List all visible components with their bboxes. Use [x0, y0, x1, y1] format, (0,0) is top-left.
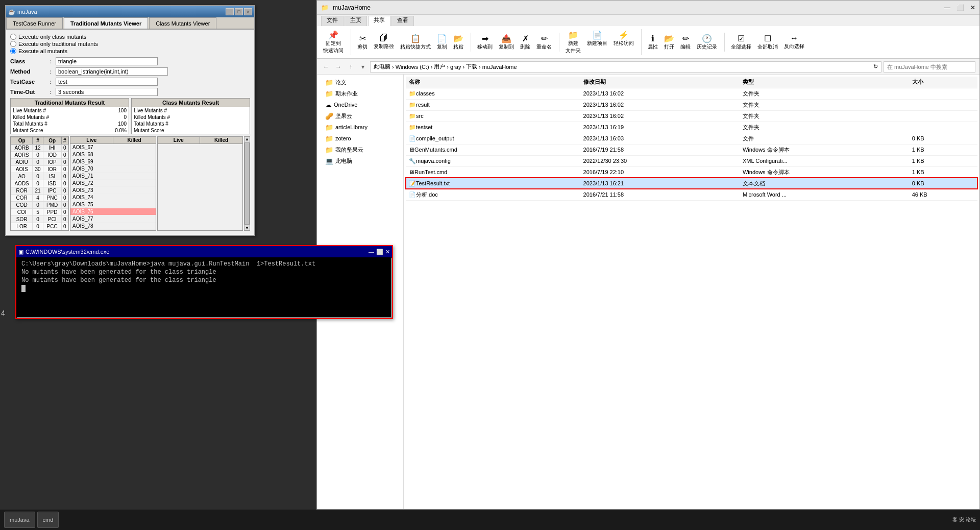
- sidebar-article[interactable]: 📁articleLibrary: [317, 122, 403, 133]
- taskbar-cmd[interactable]: cmd: [37, 512, 59, 528]
- list-item[interactable]: AOIS_67: [70, 144, 156, 151]
- scroll-down[interactable]: ▼: [245, 226, 249, 230]
- col-type[interactable]: 类型: [740, 77, 909, 88]
- list-item[interactable]: AOIS_71: [70, 173, 156, 180]
- table-row[interactable]: AORS0IOD0: [11, 152, 68, 159]
- sidebar-此电脑[interactable]: 💻此电脑: [317, 155, 403, 166]
- fe-back[interactable]: ←: [321, 62, 331, 72]
- list-item[interactable]: AOIS_73: [70, 187, 156, 194]
- copy-btn[interactable]: 📄复制: [435, 33, 449, 52]
- list-item[interactable]: AOIS_69: [70, 158, 156, 165]
- ribbon-tab-file[interactable]: 文件: [321, 16, 344, 26]
- table-row[interactable]: SOR0PCI0: [11, 216, 68, 223]
- rename-btn[interactable]: ✏重命名: [534, 33, 554, 52]
- list-item[interactable]: AOIS_72: [70, 180, 156, 187]
- list-item[interactable]: AOIS_70: [70, 165, 156, 173]
- list-item[interactable]: AOIS_68: [70, 151, 156, 158]
- invert-select-btn[interactable]: ↔反向选择: [782, 33, 806, 52]
- path-part-pc[interactable]: 此电脑: [374, 63, 390, 70]
- radio-class-only[interactable]: Execute only class mutants: [10, 34, 250, 40]
- refresh-icon[interactable]: ↻: [873, 63, 878, 70]
- history-btn[interactable]: 🕐历史记录: [695, 33, 719, 52]
- sidebar-我的坚果云[interactable]: 📁我的坚果云: [317, 144, 403, 155]
- table-row[interactable]: COD0PMD0: [11, 202, 68, 209]
- radio-all[interactable]: Execute all mutants: [10, 48, 250, 54]
- delete-btn[interactable]: ✗删除: [518, 33, 532, 52]
- path-part-gray[interactable]: gray: [450, 64, 461, 70]
- new-item-btn[interactable]: 📄新建项目: [585, 29, 609, 55]
- list-item[interactable]: AOIS_78: [70, 223, 156, 230]
- table-row[interactable]: COR4PNC0: [11, 195, 68, 202]
- sidebar-期末作业[interactable]: 📁期末作业: [317, 88, 403, 99]
- table-row[interactable]: 📄compile_output 2023/1/13 16:03文件0 KB: [406, 133, 977, 144]
- timeout-input[interactable]: [56, 88, 158, 96]
- table-row[interactable]: 📁src 2023/1/13 16:02文件夹: [406, 110, 977, 122]
- cmd-minimize[interactable]: —: [369, 249, 374, 255]
- path-part-users[interactable]: 用户: [434, 63, 445, 70]
- col-size[interactable]: 大小: [909, 77, 977, 88]
- paste-btn[interactable]: 📂粘贴: [451, 33, 465, 52]
- col-date[interactable]: 修改日期: [580, 77, 740, 88]
- deselect-all-btn[interactable]: ☐全部取消: [755, 33, 780, 52]
- ribbon-tab-share[interactable]: 共享: [368, 16, 390, 26]
- ribbon-tab-home[interactable]: 主页: [345, 16, 367, 26]
- table-row[interactable]: AO0ISI0: [11, 173, 68, 180]
- table-row[interactable]: 🔧mujava.config 2022/12/30 23:30XML Confi…: [406, 155, 977, 166]
- class-input[interactable]: [56, 57, 158, 65]
- list-item[interactable]: AOIS_75: [70, 201, 156, 208]
- tab-class[interactable]: Class Mutants Viewer: [149, 17, 216, 29]
- paste-shortcut-btn[interactable]: 📋粘贴快捷方式: [398, 33, 433, 52]
- table-row[interactable]: 📄分析.doc 2016/7/21 11:58Microsoft Word ..…: [406, 189, 977, 200]
- pin-btn[interactable]: 📌固定到快速访问: [321, 29, 346, 55]
- method-input[interactable]: [56, 67, 168, 76]
- table-row[interactable]: 📁classes 2023/1/13 16:02文件夹: [406, 88, 977, 99]
- cmd-close[interactable]: ✕: [385, 249, 390, 255]
- fe-close[interactable]: ✕: [970, 4, 975, 11]
- path-part-downloads[interactable]: 下载: [466, 63, 477, 70]
- tab-traditional[interactable]: Traditional Mutants Viewer: [64, 17, 148, 29]
- table-row[interactable]: 🖥RunTest.cmd 2016/7/19 22:10Windows 命令脚本…: [406, 166, 977, 178]
- scroll-thumb[interactable]: [244, 142, 250, 225]
- table-row[interactable]: LOR0PCC0: [11, 223, 68, 230]
- table-row[interactable]: 📝TestResult.txt 2023/1/13 16:21文本文档0 KB: [406, 178, 977, 189]
- table-row[interactable]: AORB12IHI0: [11, 144, 68, 152]
- radio-traditional-only[interactable]: Execute only traditional mutants: [10, 41, 250, 47]
- sidebar-zotero[interactable]: 📁zotero: [317, 133, 403, 144]
- table-row[interactable]: AODS0ISD0: [11, 180, 68, 187]
- sidebar-论文[interactable]: 📁论文: [317, 77, 403, 88]
- fe-recent[interactable]: ▾: [358, 62, 368, 72]
- path-part-c[interactable]: Windows (C:): [396, 64, 429, 70]
- fe-path-bar[interactable]: 此电脑 › Windows (C:) › 用户 › gray › 下载 › mu…: [370, 61, 881, 73]
- java-minimize[interactable]: _: [226, 8, 234, 15]
- java-close[interactable]: ×: [244, 8, 252, 15]
- copy-path-btn[interactable]: 🗐复制路径: [372, 33, 396, 52]
- table-row[interactable]: AOIS30IOR0: [11, 166, 68, 173]
- path-part-mujava[interactable]: muJavaHome: [482, 64, 517, 70]
- fe-restore[interactable]: ⬜: [957, 4, 964, 11]
- list-item[interactable]: AOIS_76: [70, 208, 156, 215]
- list-item[interactable]: AOIS_77: [70, 215, 156, 223]
- easy-access-btn[interactable]: ⚡轻松访问: [611, 29, 636, 55]
- new-folder-btn[interactable]: 📁新建文件夹: [564, 29, 583, 55]
- open-btn[interactable]: 📂打开: [662, 33, 676, 52]
- cmd-restore[interactable]: ⬜: [376, 249, 383, 255]
- table-row[interactable]: LOI9PCD0: [11, 230, 68, 231]
- copy-to-btn[interactable]: 📤复制到: [497, 33, 516, 52]
- table-row[interactable]: COI5PPD0: [11, 209, 68, 216]
- tab-testcase[interactable]: TestCase Runner: [6, 17, 63, 29]
- operator-table-container[interactable]: Op # Op # AORB12IHI0 AORS0IOD0 AOIU0IOP0…: [10, 136, 69, 231]
- fe-search-input[interactable]: [884, 61, 975, 73]
- table-row[interactable]: 📁testset 2023/1/13 16:19文件夹: [406, 122, 977, 133]
- fe-minimize[interactable]: —: [944, 4, 950, 11]
- sidebar-坚果云[interactable]: 🥜坚果云: [317, 110, 403, 122]
- ribbon-tab-view[interactable]: 查看: [391, 16, 414, 26]
- table-row[interactable]: ROR21IPC0: [11, 187, 68, 195]
- testcase-input[interactable]: [56, 78, 158, 86]
- properties-btn[interactable]: ℹ属性: [646, 33, 660, 52]
- table-row[interactable]: 🖥GenMutants.cmd 2016/7/19 21:58Windows 命…: [406, 144, 977, 155]
- taskbar-mujava[interactable]: muJava: [4, 512, 35, 528]
- fe-up[interactable]: ↑: [346, 62, 356, 72]
- scrollbar[interactable]: ▲ ▼: [244, 136, 250, 231]
- move-to-btn2[interactable]: ➡移动到: [475, 33, 495, 52]
- sidebar-onedrive[interactable]: ☁OneDrive: [317, 99, 403, 110]
